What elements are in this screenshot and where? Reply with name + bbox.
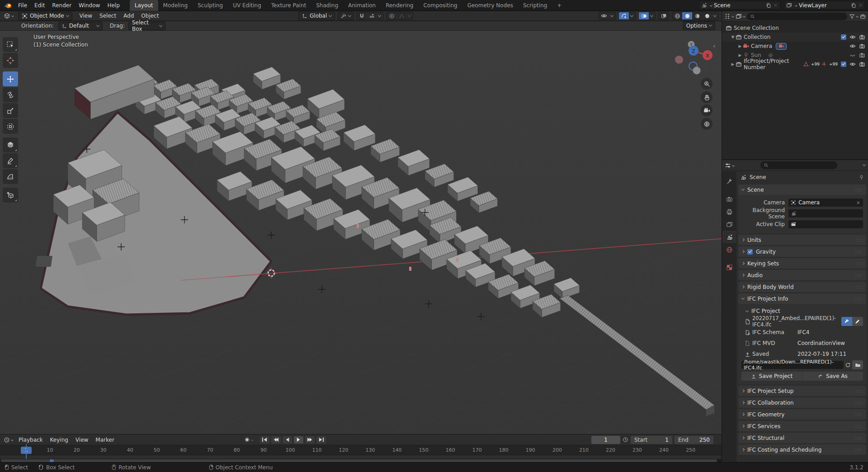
scale-tool[interactable] bbox=[3, 103, 18, 118]
workspace-tab[interactable]: Compositing bbox=[418, 0, 462, 11]
pivot-point-dropdown[interactable] bbox=[338, 12, 354, 20]
frame-tick[interactable]: 200 bbox=[544, 445, 571, 455]
save-project-button[interactable]: Save Project bbox=[741, 372, 802, 381]
remove-viewlayer-icon[interactable] bbox=[858, 3, 863, 8]
workspace-tab[interactable]: Texture Paint bbox=[266, 0, 311, 11]
tab-render[interactable] bbox=[723, 193, 736, 205]
frame-tick[interactable]: 250 bbox=[677, 445, 704, 455]
cube-tool[interactable] bbox=[3, 137, 18, 152]
ortho-perspective-button[interactable] bbox=[701, 118, 712, 130]
chevron-down-icon[interactable] bbox=[629, 15, 635, 17]
ifc-path-field[interactable]: /home/swastik/Down...REPAIRED(1)-IFC4.if… bbox=[741, 361, 844, 369]
play-button[interactable] bbox=[294, 436, 303, 444]
disclosure-triangle-icon[interactable]: ▶ bbox=[737, 44, 743, 48]
frame-tick[interactable]: 190 bbox=[517, 445, 544, 455]
show-overlays-toggle[interactable] bbox=[639, 12, 649, 20]
annotate-tool[interactable] bbox=[3, 153, 18, 168]
timeline-menu-item[interactable]: View bbox=[72, 434, 92, 445]
mode-dropdown[interactable]: Object Mode bbox=[18, 12, 72, 20]
topbar-menu-item[interactable]: Window bbox=[75, 0, 104, 11]
timeline-menu-item[interactable]: Playback bbox=[15, 434, 47, 445]
collection-checkbox[interactable] bbox=[841, 34, 846, 40]
frame-tick[interactable]: 110 bbox=[303, 445, 330, 455]
scene-selector[interactable]: Scene bbox=[699, 1, 780, 9]
tab-world[interactable] bbox=[723, 244, 736, 255]
save-as-button[interactable]: Save As bbox=[802, 372, 863, 381]
workspace-tab[interactable]: Shading bbox=[311, 0, 343, 11]
panel-ifc-structural-header[interactable]: IFC Structural bbox=[738, 433, 866, 443]
frame-tick[interactable]: 90 bbox=[250, 445, 277, 455]
reload-icon[interactable] bbox=[845, 362, 851, 368]
jump-to-start-button[interactable] bbox=[260, 436, 269, 444]
timeline-ruler[interactable]: 1020304050607080901001101201301401501601… bbox=[0, 445, 722, 455]
frame-tick[interactable]: 20 bbox=[63, 445, 90, 455]
panel-rigid-body-world-header[interactable]: Rigid Body World bbox=[738, 282, 866, 292]
rotate-tool[interactable] bbox=[3, 87, 18, 102]
viewlayer-selector[interactable]: ViewLayer bbox=[784, 1, 865, 9]
auto-keying-button[interactable] bbox=[244, 437, 253, 443]
frame-tick[interactable]: 240 bbox=[651, 445, 677, 455]
playhead[interactable] bbox=[26, 444, 27, 459]
camera-view-button[interactable] bbox=[701, 104, 712, 116]
panel-audio-header[interactable]: Audio bbox=[738, 270, 866, 280]
cursor-tool[interactable] bbox=[3, 53, 18, 68]
chevron-down-icon[interactable] bbox=[609, 15, 615, 17]
frame-tick[interactable]: 100 bbox=[277, 445, 303, 455]
wireframe-shading-button[interactable] bbox=[672, 12, 682, 20]
zoom-button[interactable] bbox=[701, 78, 712, 90]
prev-keyframe-button[interactable] bbox=[271, 436, 281, 444]
active-clip-field[interactable] bbox=[788, 220, 863, 228]
topbar-menu-item[interactable]: Render bbox=[48, 0, 75, 11]
unlink-scene-icon[interactable] bbox=[773, 3, 778, 8]
chevron-down-icon[interactable] bbox=[377, 15, 383, 17]
background-scene-field[interactable] bbox=[788, 209, 863, 217]
options-dropdown[interactable]: Options bbox=[683, 21, 715, 30]
camera-field[interactable]: Camera bbox=[788, 198, 863, 207]
panel-ifc-project-setup-header[interactable]: IFC Project Setup bbox=[738, 386, 866, 396]
use-preview-range-icon[interactable] bbox=[623, 437, 628, 443]
browse-folder-button[interactable] bbox=[852, 360, 863, 369]
frame-tick[interactable]: 210 bbox=[571, 445, 597, 455]
drag-dropdown[interactable]: Select Box bbox=[128, 22, 165, 30]
ifc-project-subpanel-header[interactable]: IFC Project bbox=[741, 306, 863, 316]
camera-data-badge[interactable] bbox=[776, 43, 787, 50]
frame-tick[interactable]: 120 bbox=[330, 445, 357, 455]
workspace-tab[interactable]: Scripting bbox=[518, 0, 552, 11]
frame-tick[interactable]: 170 bbox=[464, 445, 491, 455]
viewport-menu-item[interactable]: Select bbox=[96, 10, 120, 21]
timeline-menu-item[interactable]: Marker bbox=[92, 434, 118, 445]
frame-tick[interactable]: 180 bbox=[491, 445, 517, 455]
panel-ifc-collaboration-header[interactable]: IFC Collaboration bbox=[738, 397, 866, 408]
outliner-row-camera[interactable]: ▶ Camera bbox=[722, 42, 868, 51]
add-cube-tool[interactable] bbox=[3, 188, 18, 203]
frame-tick[interactable]: 140 bbox=[384, 445, 410, 455]
panel-ifc-geometry-header[interactable]: IFC Geometry bbox=[738, 409, 866, 420]
material-preview-button[interactable] bbox=[692, 12, 702, 20]
frame-tick[interactable]: 230 bbox=[624, 445, 651, 455]
gravity-checkbox[interactable] bbox=[747, 249, 753, 255]
properties-search-input[interactable] bbox=[760, 161, 837, 169]
show-gizmo-toggle[interactable] bbox=[619, 12, 629, 20]
frame-tick[interactable]: 10 bbox=[37, 445, 63, 455]
disclosure-triangle-icon[interactable]: ▼ bbox=[730, 35, 736, 39]
hide-eye-icon[interactable] bbox=[849, 61, 856, 67]
outliner-search-input[interactable] bbox=[747, 13, 847, 20]
panel-gravity-header[interactable]: Gravity bbox=[738, 246, 866, 257]
blender-logo[interactable] bbox=[4, 2, 12, 9]
viewlayer-name[interactable]: ViewLayer bbox=[799, 2, 849, 9]
topbar-menu-item[interactable]: Edit bbox=[31, 0, 48, 11]
frame-tick[interactable]: 40 bbox=[117, 445, 143, 455]
panel-ifc-project-info-header[interactable]: IFC Project Info bbox=[738, 293, 866, 304]
sidebar-collapse-arrow[interactable]: ‹ bbox=[713, 42, 715, 49]
pan-button[interactable] bbox=[701, 91, 712, 103]
viewport-3d[interactable]: User Perspective (1) Scene Collection Y … bbox=[0, 31, 722, 434]
workspace-tab[interactable]: Geometry Nodes bbox=[462, 0, 518, 11]
outliner-row-scene-collection[interactable]: Scene Collection bbox=[722, 24, 868, 33]
panel-ifc-services-header[interactable]: IFC Services bbox=[738, 421, 866, 431]
snap-settings-dropdown[interactable] bbox=[367, 12, 377, 20]
timeline-menu-item[interactable]: Keying bbox=[47, 434, 72, 445]
hidden-eye-closed-icon[interactable] bbox=[849, 52, 856, 58]
new-collection-button[interactable] bbox=[860, 14, 866, 19]
outliner-row-ifcproject[interactable]: ▶ IfcProject/Project Number +99 +99 bbox=[722, 60, 868, 69]
disable-render-icon[interactable] bbox=[859, 34, 865, 40]
